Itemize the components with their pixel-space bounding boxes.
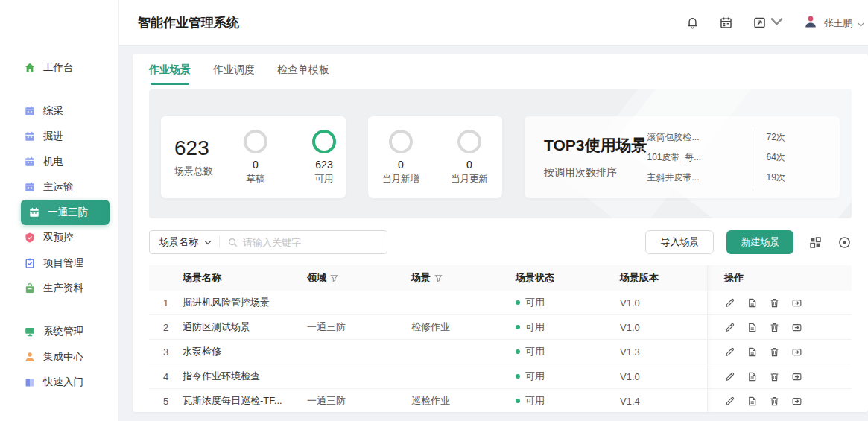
edit-icon[interactable] bbox=[724, 396, 735, 407]
user-menu[interactable]: 张王鹏 bbox=[803, 14, 864, 32]
rings-group-1: 0 草稿 623 可用 bbox=[232, 130, 347, 186]
cell-index: 1 bbox=[149, 297, 183, 308]
status-dot bbox=[516, 399, 520, 403]
export-icon[interactable] bbox=[791, 322, 802, 333]
home-icon bbox=[24, 62, 36, 74]
status-dot bbox=[516, 300, 520, 305]
create-scene-button[interactable]: 新建场景 bbox=[726, 230, 793, 254]
user-name: 张王鹏 bbox=[823, 16, 852, 30]
edit-icon[interactable] bbox=[724, 322, 735, 333]
ring-value: 0 bbox=[253, 159, 259, 171]
sidebar-item-xiangmuguanli[interactable]: 项目管理 bbox=[0, 250, 118, 276]
ring-value: 0 bbox=[466, 159, 472, 171]
import-scene-button[interactable]: 导入场景 bbox=[645, 230, 714, 254]
screen-share-icon[interactable] bbox=[753, 14, 784, 31]
copy-icon[interactable] bbox=[747, 346, 758, 358]
clipboard-icon bbox=[24, 257, 36, 269]
top3-list: 滚筒包胶检... 72次 101皮带_每... 64次 主斜井皮带... 19次 bbox=[647, 127, 814, 188]
scene-total-value: 623 bbox=[174, 136, 213, 160]
status-dot bbox=[516, 374, 520, 379]
filter-funnel-icon[interactable] bbox=[330, 274, 338, 282]
search-field-select[interactable]: 场景名称 bbox=[150, 235, 219, 249]
chevron-down-icon bbox=[770, 14, 784, 31]
tab-scene[interactable]: 作业场景 bbox=[149, 63, 191, 85]
cell-version: V1.4 bbox=[620, 396, 707, 407]
status-text: 可用 bbox=[525, 370, 545, 383]
search-input[interactable] bbox=[243, 237, 387, 248]
sidebar-item-yitongsanfang[interactable]: 一通三防 bbox=[21, 200, 110, 225]
sidebar-item-jidian[interactable]: 机电 bbox=[0, 149, 118, 174]
edit-icon[interactable] bbox=[724, 346, 735, 358]
sidebar-item-zongcai[interactable]: 综采 bbox=[0, 98, 118, 124]
edit-icon[interactable] bbox=[724, 297, 735, 308]
cell-actions bbox=[707, 315, 852, 339]
tab-bar: 作业场景作业调度检查单模板 bbox=[149, 54, 852, 85]
top3-item: 滚筒包胶检... 72次 bbox=[647, 127, 814, 148]
top3-item-name: 101皮带_每... bbox=[647, 151, 744, 164]
col-header-version: 场景版本 bbox=[620, 271, 707, 285]
settings-icon[interactable] bbox=[837, 235, 852, 250]
cell-actions bbox=[707, 291, 852, 314]
export-icon[interactable] bbox=[791, 346, 802, 358]
table-row: 2 通防区测试场景 一通三防 检修作业 可用 V1.0 bbox=[149, 315, 852, 340]
sidebar-item-juejin[interactable]: 掘进 bbox=[0, 124, 118, 149]
sidebar-item-workbench[interactable]: 工作台 bbox=[0, 55, 118, 80]
copy-icon[interactable] bbox=[747, 322, 758, 333]
copy-icon[interactable] bbox=[747, 396, 758, 407]
top3-item: 101皮带_每... 64次 bbox=[647, 148, 814, 168]
status-text: 可用 bbox=[525, 320, 545, 334]
cell-status: 可用 bbox=[516, 345, 620, 358]
delete-icon[interactable] bbox=[769, 346, 780, 358]
stat-ring: 623 可用 bbox=[301, 130, 347, 186]
notification-bell-icon[interactable] bbox=[685, 16, 700, 30]
export-icon[interactable] bbox=[791, 297, 802, 308]
topbar: 智能作业管理系统 张王鹏 bbox=[119, 0, 868, 46]
cell-scene: 检修作业 bbox=[411, 320, 516, 334]
divider bbox=[219, 236, 220, 248]
copy-icon[interactable] bbox=[747, 371, 758, 382]
filter-funnel-icon[interactable] bbox=[434, 274, 443, 282]
delete-icon[interactable] bbox=[769, 322, 780, 333]
cell-status: 可用 bbox=[516, 394, 620, 408]
table-row: 3 水泵检修 可用 V1.3 bbox=[149, 340, 852, 364]
delete-icon[interactable] bbox=[769, 396, 780, 407]
sidebar-item-xitongguanli[interactable]: 系统管理 bbox=[0, 319, 118, 344]
status-dot bbox=[516, 325, 520, 329]
grid-view-icon[interactable] bbox=[808, 235, 823, 250]
sidebar-item-jichengzhongxin[interactable]: 集成中心 bbox=[0, 344, 118, 370]
cell-index: 2 bbox=[149, 322, 183, 333]
ring-label: 当月新增 bbox=[382, 173, 419, 186]
sidebar-item-kuaisurumen[interactable]: 快速入门 bbox=[0, 370, 118, 395]
ring-label: 当月更新 bbox=[451, 173, 488, 186]
toolbar-right: 导入场景 新建场景 bbox=[645, 230, 852, 254]
cell-status: 可用 bbox=[516, 370, 620, 383]
person-icon bbox=[24, 351, 36, 363]
export-icon[interactable] bbox=[791, 396, 802, 407]
chevron-down-icon bbox=[204, 240, 212, 245]
sidebar-item-shengchanziliao[interactable]: 生产资料 bbox=[0, 276, 118, 301]
cell-actions bbox=[707, 340, 852, 364]
scene-total-label: 场景总数 bbox=[174, 165, 213, 178]
delete-icon[interactable] bbox=[769, 297, 780, 308]
rings-group-2: 0 当月新增 0 当月更新 bbox=[378, 130, 492, 186]
monthly-stats-card: 0 当月新增 0 当月更新 bbox=[368, 116, 502, 198]
ring-label: 草稿 bbox=[247, 173, 265, 186]
stats-banner: 623 场景总数 0 草稿 623 可用 0 当月新增 0 当月更新 bbox=[149, 89, 852, 218]
copy-icon[interactable] bbox=[747, 297, 758, 308]
top3-item-count: 64次 bbox=[766, 151, 785, 164]
content-card: 作业场景作业调度检查单模板 623 场景总数 0 草稿 623 可用 bbox=[133, 54, 868, 412]
edit-icon[interactable] bbox=[724, 371, 735, 382]
ring-circle bbox=[389, 130, 413, 153]
export-icon[interactable] bbox=[791, 371, 802, 382]
cell-version: V1.0 bbox=[620, 297, 707, 308]
tab-dispatch[interactable]: 作业调度 bbox=[213, 63, 255, 85]
calendar-icon[interactable] bbox=[719, 16, 733, 30]
table-row: 4 指令作业环境检查 可用 V1.0 bbox=[149, 364, 852, 389]
status-text: 可用 bbox=[525, 345, 545, 358]
tab-checklist[interactable]: 检查单模板 bbox=[277, 63, 329, 85]
cell-scene: 巡检作业 bbox=[411, 394, 516, 408]
sidebar-item-zhuyunshu[interactable]: 主运输 bbox=[0, 174, 118, 200]
delete-icon[interactable] bbox=[769, 371, 780, 382]
sidebar-item-shuangyukong[interactable]: 双预控 bbox=[0, 225, 118, 250]
shield-icon bbox=[24, 232, 36, 244]
